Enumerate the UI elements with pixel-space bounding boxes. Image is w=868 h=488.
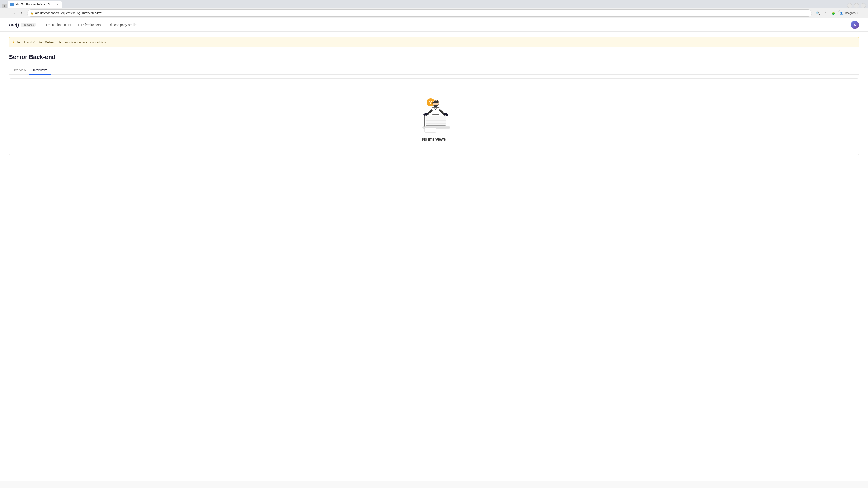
- back-button[interactable]: ←: [3, 10, 9, 16]
- bookmark-icon[interactable]: ☆: [822, 10, 829, 16]
- forward-button[interactable]: →: [11, 10, 17, 16]
- alert-text: Job closed. Contact Wilson to hire or in…: [17, 40, 106, 44]
- address-bar[interactable]: 🔒 arc.dev/dashboard/requests/ke35guu4we/…: [27, 9, 812, 17]
- tabs: Overview Interviews: [9, 66, 859, 75]
- empty-state-illustration: ?: [411, 92, 457, 133]
- url-text: arc.dev/dashboard/requests/ke35guu4we/in…: [35, 11, 809, 15]
- svg-text:?: ?: [429, 100, 432, 105]
- page-title: Senior Back-end: [9, 54, 859, 61]
- active-browser-tab[interactable]: a Hire Top Remote Software Dev... ✕: [8, 1, 62, 8]
- avatar-image: W: [851, 21, 859, 29]
- tab-list-toggle[interactable]: ▼: [2, 4, 7, 8]
- main-content: ℹ Job closed. Contact Wilson to hire or …: [0, 32, 868, 161]
- svg-rect-5: [426, 116, 446, 125]
- maximize-button[interactable]: ❐: [854, 3, 859, 8]
- nav-links: Hire full-time talent Hire freelancers E…: [45, 23, 851, 27]
- tab-favicon: a: [10, 3, 13, 6]
- browser-toolbar: ← → ↻ 🔒 arc.dev/dashboard/requests/ke35g…: [0, 8, 868, 18]
- app: arc() Freelance Hire full-time talent Hi…: [0, 18, 868, 479]
- svg-rect-3: [432, 107, 440, 114]
- empty-state-text: No interviews: [422, 137, 446, 141]
- toolbar-icons: 🔍 ☆ 🧩 👤 Incognito ⋮: [815, 10, 865, 16]
- incognito-profile[interactable]: 👤 Incognito: [838, 10, 858, 16]
- nav-hire-fulltime[interactable]: Hire full-time talent: [45, 23, 71, 27]
- interviews-content-card: ?: [9, 78, 859, 155]
- browser-menu-button[interactable]: ⋮: [859, 10, 865, 16]
- tab-close-button[interactable]: ✕: [56, 3, 59, 6]
- extensions-icon[interactable]: 🧩: [830, 10, 836, 16]
- incognito-person-icon: 👤: [840, 11, 843, 15]
- reload-button[interactable]: ↻: [19, 10, 25, 16]
- tab-interviews[interactable]: Interviews: [29, 66, 51, 75]
- close-window-button[interactable]: ✕: [861, 3, 866, 8]
- search-icon[interactable]: 🔍: [815, 10, 821, 16]
- logo-badge: Freelance: [21, 23, 36, 27]
- app-nav: arc() Freelance Hire full-time talent Hi…: [0, 18, 868, 32]
- logo-container: arc() Freelance: [9, 22, 36, 28]
- nav-edit-profile[interactable]: Edit company profile: [108, 23, 136, 27]
- logo-text: arc(): [9, 22, 19, 28]
- alert-icon: ℹ: [13, 40, 14, 44]
- browser-frame: ▼ a Hire Top Remote Software Dev... ✕ + …: [0, 0, 868, 18]
- tab-title: Hire Top Remote Software Dev...: [16, 3, 54, 6]
- incognito-label: Incognito: [844, 11, 856, 15]
- tab-overview[interactable]: Overview: [9, 66, 29, 75]
- browser-tab-bar: ▼ a Hire Top Remote Software Dev... ✕ + …: [0, 0, 868, 8]
- minimize-button[interactable]: —: [847, 3, 852, 8]
- window-controls: — ❐ ✕: [847, 3, 866, 8]
- alert-banner: ℹ Job closed. Contact Wilson to hire or …: [9, 37, 859, 47]
- user-avatar[interactable]: W: [851, 21, 859, 29]
- security-icon: 🔒: [31, 11, 34, 15]
- new-tab-button[interactable]: +: [63, 2, 69, 8]
- nav-hire-freelancers[interactable]: Hire freelancers: [78, 23, 101, 27]
